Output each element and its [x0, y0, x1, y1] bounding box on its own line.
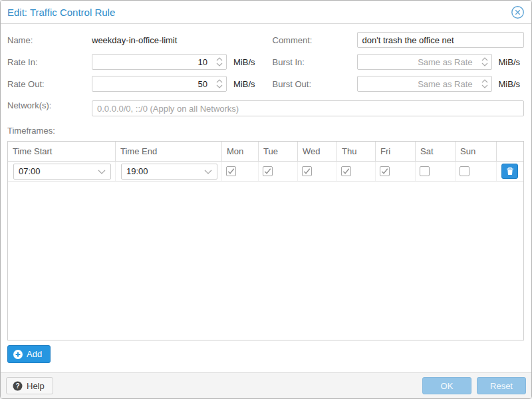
- burst-out-unit: MiB/s: [499, 79, 521, 89]
- col-header-sun: Sun: [456, 142, 497, 161]
- timeframe-row: 07:00 19:00: [8, 162, 523, 182]
- name-field-group: Name: weekday-in-office-limit: [7, 32, 259, 48]
- rate-out-label: Rate Out:: [7, 79, 92, 89]
- col-header-time-start: Time Start: [8, 142, 116, 161]
- rate-out-spinner: [216, 76, 223, 92]
- svg-text:?: ?: [15, 382, 19, 390]
- time-start-combo[interactable]: 07:00: [13, 164, 111, 180]
- burst-out-spinner: [481, 76, 488, 92]
- form-row-3: Rate Out: MiB/s Burst Out:: [7, 76, 524, 92]
- name-label: Name:: [7, 35, 92, 45]
- burst-in-spinfield: [357, 54, 492, 70]
- help-button[interactable]: ? Help: [6, 377, 53, 394]
- burst-in-field-group: Burst In: MiB/s: [273, 54, 525, 70]
- time-end-combo[interactable]: 19:00: [121, 164, 217, 180]
- rate-in-input[interactable]: [92, 54, 227, 70]
- burst-out-input[interactable]: [357, 76, 492, 92]
- dialog-footer: ? Help OK Reset: [1, 372, 531, 398]
- networks-input[interactable]: [92, 100, 524, 116]
- burst-in-input[interactable]: [357, 54, 492, 70]
- sat-cell: [416, 162, 456, 181]
- dialog-body: Name: weekday-in-office-limit Comment: R…: [1, 24, 531, 372]
- wed-cell: [298, 162, 337, 181]
- fri-checkbox[interactable]: [380, 166, 390, 176]
- col-header-wed: Wed: [298, 142, 337, 161]
- spinner-up-icon[interactable]: [216, 79, 223, 83]
- mon-checkbox[interactable]: [226, 166, 236, 176]
- burst-in-label: Burst In:: [273, 57, 357, 67]
- col-header-fri: Fri: [376, 142, 416, 161]
- comment-label: Comment:: [273, 35, 357, 45]
- spinner-up-icon[interactable]: [216, 57, 223, 61]
- trash-icon: [506, 167, 514, 176]
- timeframes-table-header: Time Start Time End Mon Tue Wed Thu Fri …: [8, 142, 523, 162]
- rate-out-unit: MiB/s: [233, 79, 255, 89]
- wed-checkbox[interactable]: [302, 166, 312, 176]
- form-row-2: Rate In: MiB/s Burst In:: [7, 54, 524, 70]
- rate-out-spinfield: [92, 76, 227, 92]
- chevron-down-icon: [204, 166, 212, 176]
- delete-row-button[interactable]: [501, 164, 518, 179]
- dialog-titlebar: Edit: Traffic Control Rule: [1, 1, 531, 24]
- tue-cell: [259, 162, 298, 181]
- time-end-cell: 19:00: [116, 162, 222, 181]
- sat-checkbox[interactable]: [420, 166, 430, 176]
- fri-cell: [376, 162, 416, 181]
- rate-out-input[interactable]: [92, 76, 227, 92]
- rate-in-spinfield: [92, 54, 227, 70]
- burst-out-field-group: Burst Out: MiB/s: [273, 76, 525, 92]
- burst-in-spinner: [481, 54, 488, 70]
- spinner-up-icon[interactable]: [481, 79, 488, 83]
- burst-out-label: Burst Out:: [273, 79, 357, 89]
- rate-in-unit: MiB/s: [233, 57, 255, 67]
- burst-out-spinfield: [357, 76, 492, 92]
- col-header-time-end: Time End: [116, 142, 222, 161]
- dialog-title: Edit: Traffic Control Rule: [7, 7, 115, 18]
- table-empty-area: [8, 182, 523, 340]
- plus-circle-icon: [13, 350, 23, 359]
- close-icon[interactable]: [510, 5, 525, 19]
- form-row-1: Name: weekday-in-office-limit Comment:: [7, 32, 524, 48]
- reset-button[interactable]: Reset: [477, 377, 526, 394]
- sun-checkbox[interactable]: [460, 166, 469, 176]
- mon-cell: [222, 162, 259, 181]
- networks-label: Network(s):: [7, 100, 92, 116]
- comment-input[interactable]: [357, 32, 525, 48]
- rate-in-label: Rate In:: [7, 57, 92, 67]
- time-end-value: 19:00: [126, 166, 204, 176]
- spinner-down-icon[interactable]: [481, 63, 488, 66]
- col-header-mon: Mon: [222, 142, 259, 161]
- form-row-4: Network(s):: [7, 100, 524, 116]
- tue-checkbox[interactable]: [263, 166, 273, 176]
- timeframes-table: Time Start Time End Mon Tue Wed Thu Fri …: [7, 141, 524, 340]
- thu-cell: [337, 162, 376, 181]
- spinner-up-icon[interactable]: [481, 57, 488, 61]
- name-value: weekday-in-office-limit: [92, 35, 177, 45]
- spinner-down-icon[interactable]: [216, 63, 223, 66]
- burst-in-unit: MiB/s: [499, 57, 521, 67]
- spinner-down-icon[interactable]: [216, 84, 223, 88]
- col-header-sat: Sat: [416, 142, 456, 161]
- time-start-cell: 07:00: [8, 162, 116, 181]
- timeframes-label: Timeframes:: [7, 126, 524, 136]
- rate-in-field-group: Rate In: MiB/s: [7, 54, 259, 70]
- time-start-value: 07:00: [19, 166, 98, 176]
- rate-out-field-group: Rate Out: MiB/s: [7, 76, 259, 92]
- col-header-actions: [497, 142, 523, 161]
- col-header-tue: Tue: [259, 142, 298, 161]
- edit-traffic-control-rule-dialog: Edit: Traffic Control Rule Name: weekday…: [0, 0, 532, 399]
- col-header-thu: Thu: [337, 142, 376, 161]
- row-actions-cell: [497, 162, 523, 181]
- thu-checkbox[interactable]: [341, 166, 351, 176]
- chevron-down-icon: [98, 166, 106, 176]
- ok-button[interactable]: OK: [422, 377, 471, 394]
- question-circle-icon: ?: [13, 381, 23, 391]
- add-button[interactable]: Add: [7, 345, 51, 363]
- sun-cell: [456, 162, 497, 181]
- spinner-down-icon[interactable]: [481, 84, 488, 88]
- help-button-label: Help: [27, 381, 45, 391]
- add-button-label: Add: [27, 349, 42, 359]
- comment-field-group: Comment:: [273, 32, 525, 48]
- rate-in-spinner: [216, 54, 223, 70]
